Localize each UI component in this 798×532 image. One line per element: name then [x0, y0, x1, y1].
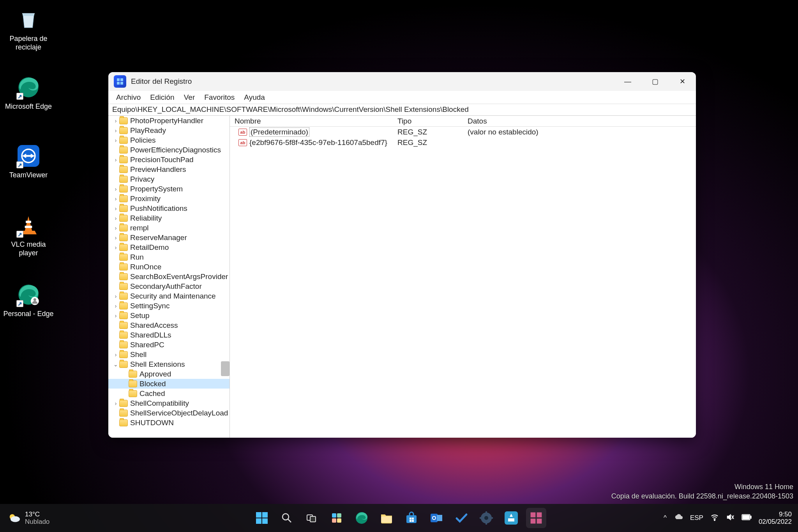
tray-battery-icon[interactable]	[742, 514, 752, 522]
widgets-button[interactable]	[327, 508, 347, 528]
tree-item[interactable]: ›PlayReady	[108, 125, 230, 135]
minimize-button[interactable]: —	[614, 72, 641, 91]
tree-item[interactable]: ›SettingSync	[108, 301, 230, 311]
tree-scrollbar-thumb[interactable]	[221, 361, 230, 376]
menu-archivo[interactable]: Archivo	[111, 92, 145, 103]
chevron-right-icon[interactable]: ›	[112, 127, 119, 134]
tree-item-label: Approved	[139, 370, 171, 378]
chevron-right-icon[interactable]: ›	[112, 235, 119, 241]
chevron-right-icon[interactable]: ›	[112, 352, 119, 358]
tray-language[interactable]: ESP	[690, 514, 703, 522]
search-button[interactable]	[277, 508, 297, 528]
tree-item[interactable]: ›Security and Maintenance	[108, 291, 230, 301]
tree-item[interactable]: ›rempl	[108, 223, 230, 233]
tree-item[interactable]: ›Policies	[108, 135, 230, 145]
chevron-right-icon[interactable]: ›	[112, 196, 119, 202]
tree-item-label: Security and Maintenance	[130, 292, 216, 300]
chevron-right-icon[interactable]: ›	[112, 293, 119, 299]
taskbar-outlook[interactable]: O	[426, 508, 447, 528]
tray-onedrive-icon[interactable]	[674, 513, 683, 524]
desktop-icon-teamviewer[interactable]: ↗ TeamViewer	[3, 143, 54, 179]
chevron-right-icon[interactable]: ›	[112, 303, 119, 309]
taskbar-app1[interactable]	[501, 508, 521, 528]
tree-item[interactable]: Approved	[108, 369, 230, 379]
tree-item[interactable]: ›ReserveManager	[108, 233, 230, 242]
taskbar-explorer[interactable]	[376, 508, 397, 528]
chevron-right-icon[interactable]: ›	[112, 186, 119, 192]
tree-item[interactable]: SharedDLLs	[108, 330, 230, 340]
col-header-type[interactable]: Tipo	[397, 117, 468, 125]
tree-item-label: PropertySystem	[130, 185, 183, 193]
menu-favoritos[interactable]: Favoritos	[200, 92, 239, 103]
values-pane[interactable]: Nombre Tipo Datos ab(Predeterminado)REG_…	[230, 116, 696, 438]
taskbar-clock[interactable]: 9:50 02/05/2022	[759, 511, 792, 525]
chevron-down-icon[interactable]: ⌄	[112, 361, 119, 368]
tree-item[interactable]: RunOnce	[108, 262, 230, 272]
chevron-right-icon[interactable]: ›	[112, 313, 119, 319]
tree-item[interactable]: ›Reliability	[108, 213, 230, 223]
col-header-data[interactable]: Datos	[468, 117, 696, 125]
tree-item[interactable]: ›ShellCompatibility	[108, 398, 230, 408]
desktop-icon-edge[interactable]: ↗ Microsoft Edge	[3, 75, 54, 111]
task-view-button[interactable]	[302, 508, 322, 528]
menu-ver[interactable]: Ver	[179, 92, 200, 103]
chevron-right-icon[interactable]: ›	[112, 205, 119, 212]
titlebar[interactable]: Editor del Registro — ▢ ✕	[108, 72, 696, 91]
tree-item[interactable]: PreviewHandlers	[108, 164, 230, 174]
tree-item[interactable]: ›PushNotifications	[108, 203, 230, 213]
taskbar-settings[interactable]	[476, 508, 496, 528]
tree-item[interactable]: SearchBoxEventArgsProvider	[108, 272, 230, 281]
taskbar-weather[interactable]: 13°C Nublado	[7, 511, 49, 525]
close-button[interactable]: ✕	[669, 72, 696, 91]
tree-pane[interactable]: ›PhotoPropertyHandler›PlayReady›Policies…	[108, 116, 230, 438]
start-button[interactable]	[252, 508, 272, 528]
desktop-icon-recycle-bin[interactable]: Papelera de reciclaje	[3, 7, 54, 51]
tray-wifi-icon[interactable]	[710, 513, 719, 523]
folder-icon	[119, 302, 128, 309]
menu-edicion[interactable]: Edición	[145, 92, 179, 103]
desktop-icon-vlc[interactable]: ↗ VLC media player	[3, 213, 54, 257]
tree-item[interactable]: ›Setup	[108, 311, 230, 320]
taskbar-edge[interactable]	[351, 508, 372, 528]
tree-item[interactable]: ShellServiceObjectDelayLoad	[108, 408, 230, 418]
address-bar[interactable]: Equipo\HKEY_LOCAL_MACHINE\SOFTWARE\Micro…	[108, 104, 696, 116]
col-header-name[interactable]: Nombre	[230, 117, 397, 125]
tree-item[interactable]: ›PrecisionTouchPad	[108, 155, 230, 164]
value-row[interactable]: ab{e2bf9676-5f8f-435c-97eb-11607a5bedf7}…	[230, 137, 696, 148]
tree-item[interactable]: ⌄Shell Extensions	[108, 359, 230, 369]
chevron-right-icon[interactable]: ›	[112, 225, 119, 231]
chevron-right-icon[interactable]: ›	[112, 157, 119, 163]
tree-item[interactable]: Blocked	[108, 379, 230, 389]
tree-item[interactable]: Cached	[108, 389, 230, 398]
tree-item[interactable]: ›Shell	[108, 350, 230, 359]
tree-item[interactable]: SharedAccess	[108, 320, 230, 330]
taskbar-regedit[interactable]	[526, 508, 546, 528]
tray-volume-icon[interactable]	[726, 513, 734, 523]
tray-chevron-up-icon[interactable]: ^	[664, 514, 667, 522]
tree-item[interactable]: SecondaryAuthFactor	[108, 281, 230, 291]
chevron-right-icon[interactable]: ›	[112, 215, 119, 221]
tree-item-label: Setup	[130, 311, 150, 320]
tree-item-label: PhotoPropertyHandler	[130, 117, 203, 125]
tree-item[interactable]: ›RetailDemo	[108, 242, 230, 252]
taskbar-todo[interactable]	[451, 508, 471, 528]
tree-item[interactable]: ›PropertySystem	[108, 184, 230, 194]
chevron-right-icon[interactable]: ›	[112, 244, 119, 251]
chevron-right-icon[interactable]: ›	[112, 400, 119, 407]
list-header[interactable]: Nombre Tipo Datos	[230, 116, 696, 127]
svg-rect-20	[262, 518, 268, 524]
tree-item[interactable]: SharedPC	[108, 340, 230, 350]
menu-ayuda[interactable]: Ayuda	[239, 92, 270, 103]
tree-item[interactable]: ›Proximity	[108, 194, 230, 203]
maximize-button[interactable]: ▢	[641, 72, 669, 91]
desktop-icon-edge-personal[interactable]: ↗ Personal - Edge	[3, 282, 54, 318]
value-row[interactable]: ab(Predeterminado)REG_SZ(valor no establ…	[230, 127, 696, 137]
tree-item[interactable]: Privacy	[108, 174, 230, 184]
tree-item[interactable]: ›PhotoPropertyHandler	[108, 116, 230, 125]
tree-item[interactable]: Run	[108, 252, 230, 262]
chevron-right-icon[interactable]: ›	[112, 118, 119, 124]
chevron-right-icon[interactable]: ›	[112, 137, 119, 143]
tree-item[interactable]: SHUTDOWN	[108, 418, 230, 428]
taskbar-store[interactable]	[401, 508, 422, 528]
tree-item[interactable]: PowerEfficiencyDiagnostics	[108, 145, 230, 155]
